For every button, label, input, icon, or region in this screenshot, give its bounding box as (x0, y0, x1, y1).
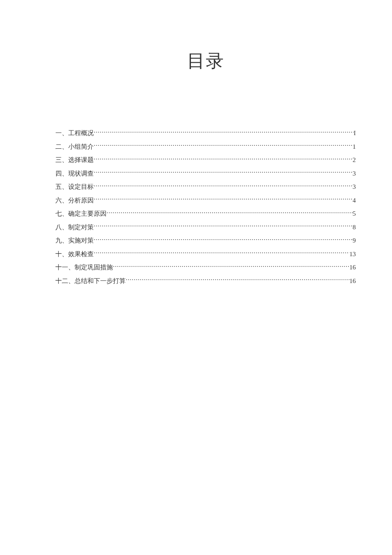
toc-label: 五、设定目标 (55, 182, 94, 192)
toc-label: 九、实施对策 (55, 236, 94, 246)
toc-label: 十二、总结和下一步打算 (55, 276, 126, 286)
toc-label: 十、效果检查 (55, 249, 94, 259)
toc-page-number: 2 (353, 155, 356, 165)
toc-page-number: 1 (353, 142, 356, 152)
toc-label: 二、小组简介 (55, 142, 94, 152)
toc-page-number: 8 (353, 223, 356, 232)
toc-page-number: 5 (353, 209, 356, 219)
toc-entry: 八、制定对策 8 (55, 223, 356, 232)
toc-page-number: 16 (349, 276, 356, 286)
table-of-contents: 一、工程概况 I 二、小组简介 1 三、选择课题 2 四、现状调查 3 五、设定… (55, 128, 356, 286)
toc-page-number: 3 (353, 182, 356, 192)
toc-page-number: 9 (353, 236, 356, 246)
toc-dots (94, 236, 353, 243)
toc-entry: 七、确定主要原因 5 (55, 209, 356, 219)
toc-entry: 六、分析原因 4 (55, 196, 356, 205)
toc-dots (126, 277, 349, 283)
toc-entry: 三、选择课题 2 (55, 155, 356, 165)
toc-page-number: 13 (349, 249, 356, 259)
toc-label: 四、现状调查 (55, 169, 94, 179)
toc-label: 一、工程概况 (55, 128, 94, 138)
toc-entry: 十一、制定巩固措施 16 (55, 263, 356, 272)
toc-page-number: I (354, 128, 356, 138)
document-page: 目录 一、工程概况 I 二、小组简介 1 三、选择课题 2 四、现状调查 3 五… (0, 0, 392, 332)
toc-page-number: 3 (353, 169, 356, 179)
toc-dots (94, 169, 353, 176)
toc-entry: 二、小组简介 1 (55, 142, 356, 152)
toc-label: 六、分析原因 (55, 196, 94, 205)
toc-label: 八、制定对策 (55, 223, 94, 232)
toc-page-number: 16 (349, 263, 356, 272)
toc-dots (94, 142, 353, 149)
toc-entry: 十二、总结和下一步打算 16 (55, 276, 356, 286)
toc-entry: 九、实施对策 9 (55, 236, 356, 246)
toc-entry: 四、现状调查 3 (55, 169, 356, 179)
toc-dots (94, 223, 353, 229)
toc-label: 三、选择课题 (55, 155, 94, 165)
toc-entry: 五、设定目标 3 (55, 182, 356, 192)
toc-dots (94, 129, 354, 135)
toc-title: 目录 (55, 49, 356, 73)
toc-page-number: 4 (353, 196, 356, 205)
toc-entry: 一、工程概况 I (55, 128, 356, 138)
toc-dots (113, 263, 349, 269)
toc-dots (107, 209, 353, 216)
toc-label: 七、确定主要原因 (55, 209, 107, 219)
toc-dots (94, 196, 353, 202)
toc-dots (94, 156, 353, 162)
toc-dots (94, 250, 349, 256)
toc-label: 十一、制定巩固措施 (55, 263, 113, 272)
toc-entry: 十、效果检查 13 (55, 249, 356, 259)
toc-dots (94, 182, 353, 189)
